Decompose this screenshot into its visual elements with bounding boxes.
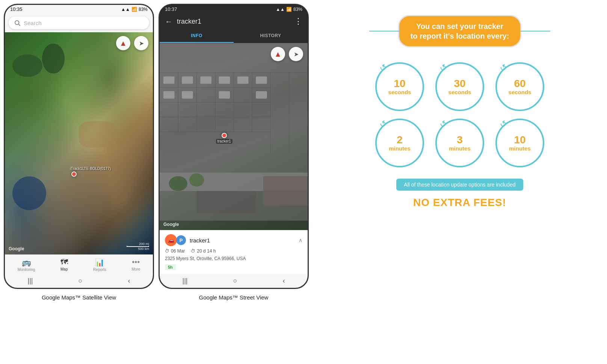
signal-icon-right: ▲▲ [276, 7, 285, 12]
compass-left[interactable]: ▲ [116, 36, 130, 50]
terrain-3 [79, 121, 116, 147]
status-time-right: 10:37 [165, 6, 177, 12]
caption-right: Google Maps™ Street View [199, 294, 269, 301]
recent-btn-left[interactable]: ||| [17, 276, 44, 286]
system-nav-right: ||| ○ ‹ [160, 274, 308, 288]
nav-map[interactable]: 🗺 Map [60, 258, 68, 272]
svg-rect-27 [197, 191, 256, 213]
nav-reports[interactable]: 📊 Reports [93, 258, 106, 272]
nav-arrow-left: ➤ [139, 40, 144, 47]
phone-left-frame: 10:35 ▲▲ 📶 83% Search [4, 4, 154, 289]
signal-icon-left: ▲▲ [121, 7, 130, 12]
circle-30s: ↺ 30 seconds [435, 62, 484, 111]
parking-lines-svg [160, 43, 308, 221]
nav-monitoring[interactable]: 🚌 Monitoring [18, 258, 35, 272]
svg-rect-22 [182, 91, 193, 99]
arrow-3m: ↺ [438, 118, 449, 130]
tab-info[interactable]: INFO [160, 29, 234, 43]
tracker-label-left: iTrack1LTE BOLD(0177) [70, 167, 111, 171]
search-bar-area: Search [5, 14, 153, 32]
google-watermark-left: Google [9, 246, 24, 251]
status-bar-right: 10:37 ▲▲ 📶 83% [160, 5, 308, 14]
nav-button-left[interactable]: ➤ [134, 36, 148, 50]
more-icon-left: ••• [132, 258, 140, 266]
info-panel: 🚗 P tracker1 ∧ ⏱ 06 Mar ⏱ 20 d 14 h [160, 230, 308, 274]
map-satellite-left[interactable]: ▲ ➤ iTrack1LTE BOLD(0177) Google 200 mi … [5, 32, 153, 254]
svg-line-1 [19, 24, 20, 26]
circle-60s: ↺ 60 seconds [495, 62, 544, 111]
back-button[interactable]: ← [165, 17, 172, 26]
system-nav-left: ||| ○ ‹ [5, 274, 153, 288]
included-banner: All of these location update options are… [396, 179, 523, 191]
arrow-60s: ↺ [498, 62, 509, 74]
home-btn-left[interactable]: ○ [67, 276, 94, 286]
infographic-section: You can set your trackerto report it's l… [313, 0, 607, 216]
svg-rect-19 [237, 77, 249, 84]
status-right-left: ▲▲ 📶 83% [121, 7, 148, 12]
scale-text-500km: 500 km [138, 247, 149, 251]
compass-right[interactable]: ▲ [271, 47, 285, 61]
back-btn-right[interactable]: ‹ [271, 276, 296, 286]
wifi-icon-right: 📶 [286, 7, 292, 12]
scale-text-200mi: 200 mi [139, 242, 149, 246]
no-fees-text: NO EXTRA FEES! [413, 197, 506, 209]
nav-more[interactable]: ••• More [131, 258, 140, 272]
chevron-up-icon[interactable]: ∧ [299, 237, 302, 243]
svg-rect-20 [256, 77, 267, 84]
terrain-1 [12, 54, 42, 77]
tracker-row: 🚗 P tracker1 [165, 234, 210, 246]
unit-10m: minutes [509, 145, 531, 152]
circle-2m: ↺ 2 minutes [375, 119, 424, 167]
unit-30s: seconds [448, 89, 471, 95]
circle-10m: ↺ 10 minutes [495, 119, 544, 167]
google-watermark-right: Google [163, 222, 179, 227]
info-header-banner: You can set your trackerto report it's l… [398, 15, 522, 47]
banner-text: You can set your trackerto report it's l… [411, 21, 509, 41]
circle-3m: ↺ 3 minutes [435, 119, 484, 167]
duration-badge: 5h [165, 264, 176, 270]
svg-rect-26 [263, 176, 308, 206]
search-icon [14, 20, 21, 26]
phone-right-frame: 10:37 ▲▲ 📶 83% ← tracker1 ⋮ INFO HISTORY [159, 4, 309, 289]
arrow-30s: ↺ [438, 62, 449, 74]
tracker-p-icon: P [176, 235, 186, 245]
caption-left: Google Maps™ Satellite View [42, 294, 116, 301]
more-menu-button[interactable]: ⋮ [294, 17, 302, 26]
number-60s: 60 [514, 78, 525, 89]
phones-section: 10:35 ▲▲ 📶 83% Search [0, 0, 313, 304]
terrain-4 [12, 176, 46, 210]
circle-10s: ↺ 10 seconds [375, 62, 424, 111]
arrow-10s: ↺ [378, 62, 389, 74]
info-meta: ⏱ 06 Mar ⏱ 20 d 14 h [165, 248, 302, 254]
compass-arrow-right: ▲ [274, 50, 282, 59]
tracker-car-icon: 🚗 [165, 234, 177, 246]
svg-rect-15 [163, 77, 175, 84]
info-duration: ⏱ 20 d 14 h [191, 248, 216, 254]
tracker-name: tracker1 [190, 237, 210, 244]
tab-history[interactable]: HISTORY [234, 29, 308, 43]
search-bar[interactable]: Search [9, 17, 149, 29]
battery-right: 83% [293, 7, 302, 12]
nav-button-right[interactable]: ➤ [289, 47, 303, 61]
info-address: 2325 Myers St, Oroville, CA 95966, USA [165, 256, 302, 261]
dark-header: ← tracker1 ⋮ [160, 14, 308, 29]
number-10s: 10 [394, 78, 405, 89]
tracker-label-right: tracker1 [216, 139, 233, 144]
clock-icon: ⏱ [165, 248, 169, 254]
svg-rect-18 [219, 77, 230, 84]
monitoring-icon: 🚌 [22, 258, 31, 267]
nav-monitoring-label: Monitoring [18, 268, 35, 272]
reports-icon: 📊 [95, 258, 104, 267]
nav-arrow-right: ➤ [294, 51, 299, 58]
info-header: 🚗 P tracker1 ∧ [165, 234, 302, 246]
map-satellite-right[interactable]: ▲ ➤ tracker1 Google [160, 43, 308, 230]
unit-2m: minutes [389, 145, 411, 152]
scale-bar-left: 200 mi 500 km [127, 242, 149, 251]
back-btn-left[interactable]: ‹ [116, 276, 141, 286]
svg-rect-24 [256, 91, 267, 99]
recent-btn-right[interactable]: ||| [171, 276, 199, 286]
tab-bar-right: INFO HISTORY [160, 29, 308, 43]
home-btn-right[interactable]: ○ [222, 276, 249, 286]
phone-right-wrapper: 10:37 ▲▲ 📶 83% ← tracker1 ⋮ INFO HISTORY [159, 4, 309, 301]
wifi-icon-left: 📶 [131, 7, 137, 12]
